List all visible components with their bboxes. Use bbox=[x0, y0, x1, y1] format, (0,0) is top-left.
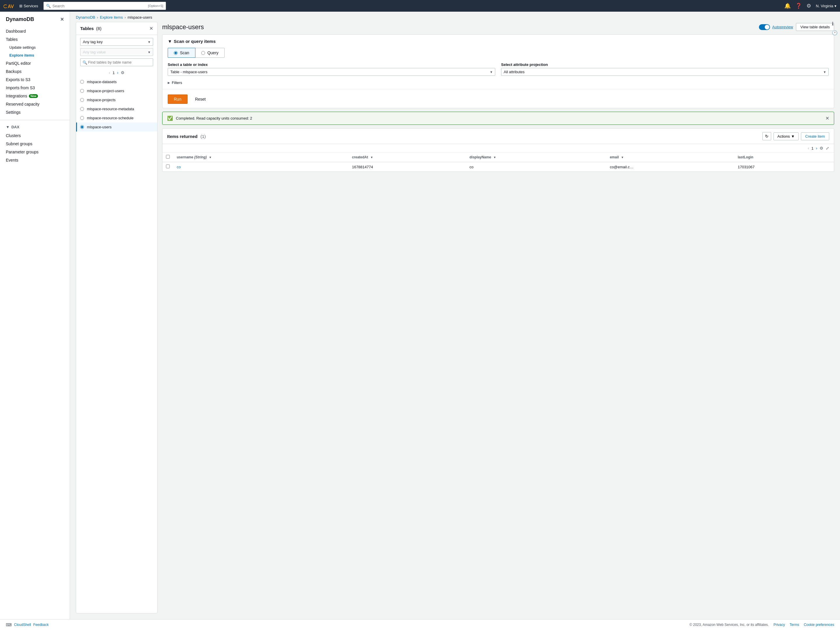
table-radio-project-users[interactable] bbox=[80, 89, 84, 93]
notifications-icon[interactable]: 🔔 bbox=[784, 3, 791, 9]
feedback-link[interactable]: Feedback bbox=[33, 623, 49, 627]
dax-section-toggle[interactable]: ▼ DAX bbox=[0, 123, 70, 130]
breadcrumb-current: mlspace-users bbox=[128, 15, 152, 19]
tables-next-button[interactable]: › bbox=[117, 70, 118, 75]
search-shortcut: [Option+S] bbox=[148, 4, 163, 8]
sidebar-item-parameter-groups[interactable]: Parameter groups bbox=[0, 148, 70, 156]
displayName-sort-icon[interactable]: ▼ bbox=[493, 156, 496, 159]
table-radio-users[interactable] bbox=[80, 125, 84, 129]
sidebar-item-partiql[interactable]: PartiQL editor bbox=[0, 59, 70, 67]
header-lastLogin: lastLogin bbox=[734, 153, 834, 162]
projection-select[interactable]: All attributes bbox=[501, 68, 829, 76]
privacy-link[interactable]: Privacy bbox=[774, 623, 785, 627]
table-list-item[interactable]: mlspace-datasets bbox=[76, 77, 157, 86]
tables-settings-icon[interactable]: ⚙ bbox=[121, 70, 125, 75]
sidebar-item-settings[interactable]: Settings bbox=[0, 108, 70, 116]
sidebar-item-integrations[interactable]: Integrations New bbox=[0, 92, 70, 100]
sidebar-item-backups[interactable]: Backups bbox=[0, 67, 70, 76]
table-radio-resource-metadata[interactable] bbox=[80, 107, 84, 111]
table-radio-resource-schedule[interactable] bbox=[80, 116, 84, 120]
createdAt-sort-icon[interactable]: ▼ bbox=[370, 156, 373, 159]
tag-key-selector[interactable]: Any tag key ▼ bbox=[80, 38, 153, 46]
sidebar-item-subnet-groups[interactable]: Subnet groups bbox=[0, 140, 70, 148]
page-header: mlspace-users Autopreview View table det… bbox=[162, 22, 834, 31]
run-button[interactable]: Run bbox=[168, 95, 188, 104]
table-index-select[interactable]: Table - mlspace-users bbox=[168, 68, 495, 76]
sidebar-item-tables[interactable]: Tables bbox=[0, 35, 70, 43]
sidebar-item-clusters[interactable]: Clusters bbox=[0, 131, 70, 140]
table-list-item[interactable]: mlspace-users bbox=[76, 123, 157, 131]
query-option[interactable]: Query bbox=[196, 48, 224, 58]
terms-link[interactable]: Terms bbox=[789, 623, 799, 627]
tag-value-selector[interactable]: Any tag value ▼ bbox=[80, 48, 153, 56]
username-sort-icon[interactable]: ▼ bbox=[209, 156, 212, 159]
history-icon[interactable]: 🕐 bbox=[831, 29, 839, 37]
sidebar-item-explore-items[interactable]: Explore items bbox=[0, 51, 70, 59]
sidebar-item-update-settings[interactable]: Update settings bbox=[0, 43, 70, 51]
autopreview-label[interactable]: Autopreview bbox=[772, 25, 793, 29]
success-close-button[interactable]: ✕ bbox=[826, 115, 829, 121]
tag-value-select[interactable]: Any tag value bbox=[80, 48, 153, 56]
username-link[interactable]: co bbox=[177, 165, 181, 169]
info-panel-icon[interactable]: ℹ bbox=[831, 20, 839, 28]
select-all-checkbox[interactable] bbox=[166, 155, 170, 159]
breadcrumb-dynamodb[interactable]: DynamoDB bbox=[76, 15, 95, 19]
items-next-button[interactable]: › bbox=[816, 146, 817, 150]
table-radio-projects[interactable] bbox=[80, 98, 84, 102]
page-title: mlspace-users bbox=[162, 23, 204, 31]
refresh-button[interactable]: ↻ bbox=[763, 132, 771, 140]
table-search-input[interactable] bbox=[80, 58, 153, 66]
sidebar-item-exports[interactable]: Exports to S3 bbox=[0, 76, 70, 84]
items-count: (1) bbox=[201, 134, 205, 139]
actions-label: Actions bbox=[777, 134, 790, 139]
help-icon[interactable]: ❓ bbox=[795, 3, 802, 9]
filters-toggle[interactable]: ▶ Filters bbox=[168, 81, 829, 85]
table-list-item[interactable]: mlspace-resource-metadata bbox=[76, 104, 157, 114]
items-expand-icon[interactable]: ⤢ bbox=[826, 146, 829, 150]
query-radio[interactable] bbox=[201, 51, 205, 55]
tables-prev-button[interactable]: ‹ bbox=[109, 70, 110, 75]
dax-section-label: DAX bbox=[11, 125, 19, 129]
search-bar[interactable]: 🔍 [Option+S] bbox=[43, 2, 166, 10]
email-sort-icon[interactable]: ▼ bbox=[621, 156, 624, 159]
actions-button[interactable]: Actions ▼ bbox=[774, 133, 799, 140]
items-settings-icon[interactable]: ⚙ bbox=[819, 146, 823, 150]
table-list-item[interactable]: mlspace-project-users bbox=[76, 86, 157, 95]
tables-panel-close-button[interactable]: ✕ bbox=[149, 26, 153, 31]
table-radio-datasets[interactable] bbox=[80, 80, 84, 84]
new-badge: New bbox=[29, 94, 38, 98]
breadcrumb-explore-items[interactable]: Explore items bbox=[100, 15, 123, 19]
table-list-item[interactable]: mlspace-projects bbox=[76, 95, 157, 104]
table-list-item[interactable]: mlspace-resource-schedule bbox=[76, 114, 157, 123]
sidebar-item-events[interactable]: Events bbox=[0, 156, 70, 164]
autopreview-switch[interactable] bbox=[759, 24, 770, 30]
header-createdAt: createdAt ▼ bbox=[349, 153, 466, 162]
items-prev-button[interactable]: ‹ bbox=[808, 146, 809, 150]
row-checkbox[interactable] bbox=[166, 164, 170, 168]
collapse-icon: ▼ bbox=[168, 39, 172, 44]
items-pagination: ‹ 1 › ⚙ ⤢ bbox=[163, 144, 834, 153]
search-input[interactable] bbox=[52, 4, 147, 8]
scan-radio[interactable] bbox=[174, 51, 178, 55]
scan-query-section-title[interactable]: ▼ Scan or query items bbox=[168, 39, 829, 44]
table-index-selector[interactable]: Table - mlspace-users ▼ bbox=[168, 68, 495, 76]
settings-icon[interactable]: ⚙ bbox=[807, 3, 811, 9]
sidebar-app-name: DynamoDB bbox=[6, 16, 34, 22]
tag-key-select[interactable]: Any tag key bbox=[80, 38, 153, 46]
sidebar-item-dashboard[interactable]: Dashboard bbox=[0, 27, 70, 35]
cloudshell-icon[interactable]: ⌨ bbox=[6, 622, 12, 627]
aws-logo[interactable] bbox=[3, 2, 14, 9]
sidebar-item-reserved[interactable]: Reserved capacity bbox=[0, 100, 70, 108]
view-table-details-button[interactable]: View table details bbox=[796, 23, 834, 31]
region-selector[interactable]: N. Virginia ▾ bbox=[816, 4, 837, 8]
scan-option[interactable]: Scan bbox=[168, 48, 196, 58]
services-menu[interactable]: ⊞ Services bbox=[17, 3, 40, 9]
sidebar-close-button[interactable]: ✕ bbox=[60, 17, 64, 22]
create-item-button[interactable]: Create item bbox=[801, 133, 829, 140]
cookie-preferences-link[interactable]: Cookie preferences bbox=[804, 623, 834, 627]
table-name-project-users: mlspace-project-users bbox=[87, 88, 124, 93]
reset-button[interactable]: Reset bbox=[191, 95, 210, 104]
sidebar-item-imports[interactable]: Imports from S3 bbox=[0, 84, 70, 92]
cloudshell-label[interactable]: CloudShell bbox=[14, 623, 31, 627]
projection-selector[interactable]: All attributes ▼ bbox=[501, 68, 829, 76]
